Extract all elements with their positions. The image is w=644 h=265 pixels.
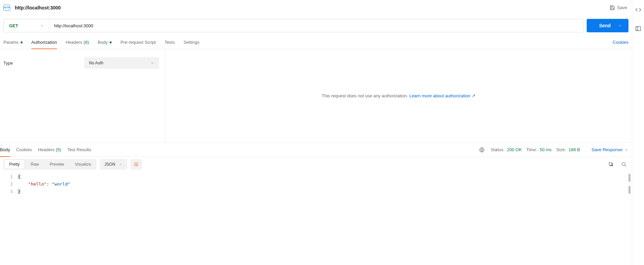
code-token xyxy=(18,181,28,187)
auth-learn-more-link[interactable]: Learn more about authorization xyxy=(409,93,470,98)
response-tab-tests-label: Test Results xyxy=(67,147,91,152)
size-label: Size: xyxy=(556,147,566,152)
auth-message: This request does not use any authorizat… xyxy=(322,93,408,98)
tab-params[interactable]: Params xyxy=(3,36,23,49)
response-tab-cookies-label: Cookies xyxy=(16,147,32,152)
tab-prerequest[interactable]: Pre-request Script xyxy=(120,36,156,49)
auth-type-select[interactable]: No Auth xyxy=(84,57,159,69)
svg-point-7 xyxy=(622,163,625,166)
view-visualize[interactable]: Visualize xyxy=(69,159,96,170)
copy-icon xyxy=(608,162,614,167)
response-tab-cookies[interactable]: Cookies xyxy=(16,143,32,157)
send-button[interactable]: Send xyxy=(587,19,628,32)
body-format-value: JSON xyxy=(105,162,115,167)
wrap-icon xyxy=(134,162,139,167)
request-url-input[interactable] xyxy=(49,19,584,32)
tab-tests[interactable]: Tests xyxy=(165,36,175,49)
response-tab-headers-count: (5) xyxy=(56,147,61,152)
send-label: Send xyxy=(599,23,611,28)
auth-type-label: Type xyxy=(3,61,84,66)
tab-settings-label: Settings xyxy=(183,40,199,45)
panel-icon xyxy=(635,26,641,32)
save-button[interactable]: Save xyxy=(610,5,627,10)
code-token: "world" xyxy=(52,181,70,187)
tab-body-label: Body xyxy=(98,40,108,45)
tab-headers[interactable]: Headers (8) xyxy=(66,36,89,49)
chevron-down-icon xyxy=(119,163,122,166)
http-method-select[interactable]: GET xyxy=(4,19,49,32)
dot-indicator-icon xyxy=(110,41,112,43)
time-value: 50 ms xyxy=(540,147,552,152)
tab-params-label: Params xyxy=(3,40,19,45)
tab-headers-label: Headers xyxy=(66,40,82,45)
globe-icon[interactable] xyxy=(479,147,485,153)
copy-response-button[interactable] xyxy=(606,160,616,168)
tab-headers-count: (8) xyxy=(84,40,89,45)
save-icon xyxy=(610,5,615,10)
view-preview[interactable]: Preview xyxy=(44,159,69,170)
tab-settings[interactable]: Settings xyxy=(183,36,199,49)
http-method-value: GET xyxy=(9,23,18,28)
tab-tests-label: Tests xyxy=(165,40,175,45)
view-raw[interactable]: Raw xyxy=(25,159,44,170)
code-panel-button[interactable] xyxy=(635,7,641,13)
status-value: 200 OK xyxy=(507,147,522,152)
size-value: 188 B xyxy=(568,147,580,152)
response-tab-headers[interactable]: Headers (5) xyxy=(38,143,61,157)
line-number: 2 xyxy=(0,180,13,188)
line-number: 1 xyxy=(0,173,13,180)
auth-type-value: No Auth xyxy=(89,61,104,65)
chevron-down-icon xyxy=(40,24,44,28)
code-token: { xyxy=(18,174,21,179)
code-content: { "hello": "world"} xyxy=(17,172,70,265)
svg-line-8 xyxy=(625,165,626,166)
response-tab-tests[interactable]: Test Results xyxy=(67,143,91,157)
code-token: "hello" xyxy=(28,181,47,187)
response-body-editor[interactable]: 1 2 3 { "hello": "world"} xyxy=(0,172,632,265)
response-tab-body-label: Body xyxy=(0,147,10,152)
line-gutter: 1 2 3 xyxy=(0,172,17,265)
body-view-mode-group: Pretty Raw Preview Visualize xyxy=(3,159,96,170)
dot-indicator-icon xyxy=(21,41,23,43)
response-tab-headers-label: Headers xyxy=(38,147,55,152)
http-method-badge-icon: HTTP xyxy=(3,5,10,11)
status-label: Status: xyxy=(491,147,504,152)
external-link-icon: ↗ xyxy=(472,93,475,98)
search-response-button[interactable] xyxy=(619,160,628,168)
chevron-down-icon xyxy=(150,61,154,65)
cookies-link[interactable]: Cookies xyxy=(613,40,628,45)
wrap-lines-button[interactable] xyxy=(130,159,142,170)
response-tab-body[interactable]: Body xyxy=(0,143,10,157)
search-icon xyxy=(621,162,626,167)
body-format-select[interactable]: JSON xyxy=(100,159,127,170)
request-title: http://localhost:3000 xyxy=(15,5,61,10)
time-label: Time: xyxy=(526,147,537,152)
svg-rect-6 xyxy=(609,163,612,165)
tab-prerequest-label: Pre-request Script xyxy=(120,40,156,45)
svg-rect-10 xyxy=(636,27,638,31)
save-label: Save xyxy=(617,5,627,10)
scrollbar-thumb[interactable] xyxy=(628,174,631,182)
chevron-down-icon xyxy=(618,24,622,28)
chevron-down-icon xyxy=(624,148,628,152)
tab-authorization[interactable]: Authorization xyxy=(31,36,57,49)
svg-rect-9 xyxy=(636,27,641,31)
sidebar-panel-button[interactable] xyxy=(635,26,641,32)
tab-authorization-label: Authorization xyxy=(31,40,57,45)
scrollbar-thumb[interactable] xyxy=(628,186,631,194)
save-response-label: Save Response xyxy=(591,147,622,152)
line-number: 3 xyxy=(0,188,13,195)
code-token: : xyxy=(47,181,52,187)
save-response-button[interactable]: Save Response xyxy=(591,147,628,152)
code-icon xyxy=(635,7,641,13)
code-token: } xyxy=(18,189,21,194)
tab-body[interactable]: Body xyxy=(98,36,112,49)
view-pretty[interactable]: Pretty xyxy=(4,160,25,169)
